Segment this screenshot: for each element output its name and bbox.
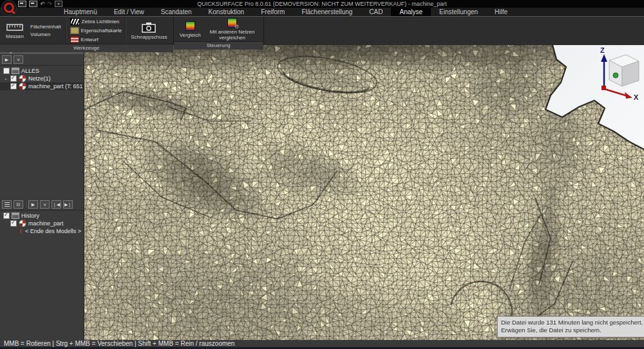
menu-scandaten[interactable]: Scandaten <box>153 8 200 16</box>
axis-orientation-widget[interactable]: Z X <box>587 46 643 100</box>
menu-konstruktion[interactable]: Konstruktion <box>200 8 253 16</box>
group-label-steuerung: Steuerung <box>174 41 263 50</box>
vergleich-button[interactable]: Vergleich <box>176 17 204 41</box>
camera-icon <box>142 22 156 33</box>
x-axis-arrowhead <box>625 92 632 99</box>
menu-analyse[interactable]: Analyse <box>391 8 431 16</box>
eigenschaftskarte-label: Eigenschaftskarte <box>81 28 122 33</box>
property-map-icon <box>70 27 79 34</box>
filter-icon[interactable]: ⋎ <box>14 55 23 64</box>
messen-button[interactable]: Messen <box>3 17 27 44</box>
history-item-machine-part[interactable]: machine_part <box>0 220 84 227</box>
history-panel-toolbar: ⊟ ▶ ⋎ ❘◀ ▶❘ <box>0 199 84 211</box>
origin-marker <box>601 86 606 90</box>
flaecheninhalt-button[interactable]: Flächeninhalt <box>29 24 62 30</box>
list-view-icon[interactable] <box>2 200 12 209</box>
history-item-model-end[interactable]: ! < Ende des Modells > <box>0 227 84 235</box>
window-title: QUICKSURFACE Pro 8.0.61 (DEMOVERSION: NI… <box>0 0 644 8</box>
compare-meshes-icon: ⚙ <box>227 18 237 28</box>
history-label: History <box>21 212 39 219</box>
menu-edit-view[interactable]: Edit / View <box>106 8 153 16</box>
layers-icon <box>12 68 19 74</box>
draft-icon <box>70 36 79 43</box>
model-end-label: < Ende des Modells > <box>25 228 81 234</box>
3d-viewport[interactable]: Z X Die Datei wurde 131 Minuten lang nic… <box>84 45 644 340</box>
toolbar-separator <box>25 202 26 208</box>
objects-tree: ALLES ⌄ Netze(1) machine_part (T: 651 30… <box>0 66 84 91</box>
alles-label: ALLES <box>21 68 39 74</box>
ribbon-group-steuerung: Vergleich ⚙ Mit anderen Netzen vergleich… <box>174 17 264 45</box>
history-checkbox[interactable] <box>3 212 10 219</box>
history-machine-part-checkbox[interactable] <box>10 220 17 227</box>
chevron-down-icon[interactable]: ⌄ <box>3 76 8 81</box>
netze-label: Netze(1) <box>28 75 51 82</box>
toast-line-1: Die Datei wurde 131 Minuten lang nicht g… <box>501 319 644 326</box>
skip-to-start-icon[interactable]: ❘◀ <box>52 200 61 209</box>
quick-access-toolbar: ↶ ↷ ▾ <box>18 1 62 7</box>
history-root[interactable]: History <box>0 212 84 220</box>
new-file-icon[interactable] <box>18 1 26 7</box>
y-axis-dot <box>613 73 618 78</box>
replay-icon[interactable]: ▶ <box>28 200 38 209</box>
tree-item-alles[interactable]: ALLES <box>0 67 84 75</box>
gear-icon: ⚙ <box>234 24 239 30</box>
zebra-lichtlinien-button[interactable]: Zebra Lichtlinien <box>70 18 122 25</box>
eigenschaftskarte-button[interactable]: Eigenschaftskarte <box>70 27 122 34</box>
machine-part-checkbox[interactable] <box>10 83 17 90</box>
toast-line-2: Erwägen Sie, die Datei zu speichern. <box>501 326 644 334</box>
mesh-render[interactable] <box>84 45 644 340</box>
menu-hilfe[interactable]: Hilfe <box>486 8 516 16</box>
z-axis-label: Z <box>600 46 605 54</box>
ruler-icon <box>6 23 23 32</box>
mesh-icon <box>19 220 26 227</box>
main-area: Objekte ▶ ⋎ ALLES ⌄ Netze(1) machine_par… <box>0 45 644 340</box>
schnappschuss-button[interactable]: Schnappschuss <box>128 17 170 44</box>
history-machine-part-label: machine_part <box>28 220 64 227</box>
vergleich-label: Vergleich <box>180 32 201 38</box>
alles-checkbox[interactable] <box>3 68 10 74</box>
history-tree: History machine_part ! < Ende des Modell… <box>0 211 84 236</box>
app-logo <box>1 0 17 15</box>
tree-view-icon[interactable]: ⊟ <box>14 200 23 209</box>
play-filter-icon[interactable]: ▶ <box>2 55 12 64</box>
ribbon-separator <box>66 19 67 42</box>
z-axis-arrowhead <box>601 54 607 62</box>
mit-anderen-label: Mit anderen Netzen vergleichen <box>207 29 258 41</box>
menu-freiform[interactable]: Freiform <box>252 8 293 16</box>
messen-label: Messen <box>6 33 24 39</box>
menu-flaechenerstellung[interactable]: Flächenerstellung <box>293 8 361 16</box>
menu-hauptmenu[interactable]: Hauptmenü <box>55 8 106 16</box>
history-filter-icon[interactable]: ⋎ <box>40 200 50 209</box>
quick-access-menu-icon[interactable]: ▾ <box>55 1 62 7</box>
mouse-hints: MMB = Rotieren | Strg + MMB = Verschiebe… <box>4 340 234 347</box>
entwurf-label: Entwurf <box>81 37 99 42</box>
skip-to-end-icon[interactable]: ▶❘ <box>63 200 73 209</box>
menu-bar: Hauptmenü Edit / View Scandaten Konstruk… <box>0 8 644 16</box>
netze-checkbox[interactable] <box>10 75 17 82</box>
layers-icon <box>12 212 19 219</box>
group-label-werkzeuge: Werkzeuge <box>0 44 173 52</box>
ribbon-group-werkzeuge: Messen Flächeninhalt Volumen Zebra Licht… <box>0 17 174 45</box>
tree-item-netze[interactable]: ⌄ Netze(1) <box>0 75 84 82</box>
objects-panel-toolbar: ▶ ⋎ <box>0 54 84 66</box>
menu-cad[interactable]: CAD <box>361 8 391 16</box>
menu-einstellungen[interactable]: Einstellungen <box>431 8 486 16</box>
volumen-button[interactable]: Volumen <box>29 32 62 37</box>
status-bar: MMB = Rotieren | Strg + MMB = Verschiebe… <box>0 340 644 349</box>
redo-icon[interactable]: ↷ <box>48 1 53 7</box>
mesh-icon <box>19 75 26 82</box>
entwurf-button[interactable]: Entwurf <box>70 36 122 43</box>
end-marker-icon: ! <box>18 228 23 234</box>
ribbon-separator <box>125 19 126 42</box>
history-panel: ⊟ ▶ ⋎ ❘◀ ▶❘ History machine_part <box>0 199 84 236</box>
undo-icon[interactable]: ↶ <box>40 1 45 7</box>
sidebar: Objekte ▶ ⋎ ALLES ⌄ Netze(1) machine_par… <box>0 45 84 340</box>
tree-item-machine-part[interactable]: machine_part (T: 651 304) <box>0 82 84 90</box>
unsaved-file-toast: Die Datei wurde 131 Minuten lang nicht g… <box>497 316 644 337</box>
open-file-icon[interactable] <box>29 1 37 7</box>
deviation-map-icon <box>185 21 195 31</box>
title-bar: QUICKSURFACE Pro 8.0.61 (DEMOVERSION: NI… <box>0 0 644 8</box>
mit-anderen-netzen-vergleichen-button[interactable]: ⚙ Mit anderen Netzen vergleichen <box>204 17 261 41</box>
x-axis-label: X <box>634 93 639 100</box>
ribbon-toolbar: Messen Flächeninhalt Volumen Zebra Licht… <box>0 16 644 45</box>
